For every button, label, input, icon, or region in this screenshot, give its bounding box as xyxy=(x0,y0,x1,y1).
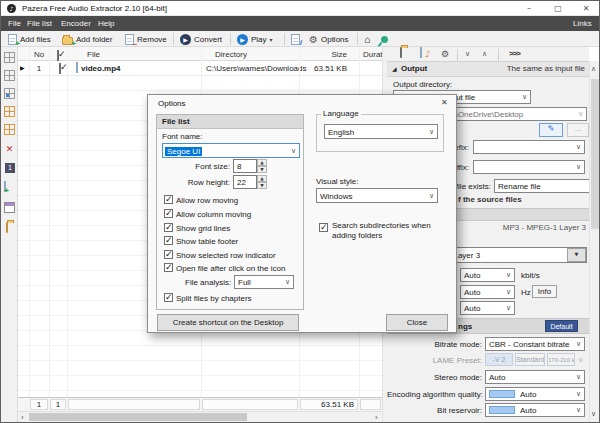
layout-grid-orange-2-button[interactable] xyxy=(4,124,15,135)
columns-button[interactable] xyxy=(4,202,15,213)
bitrate-combo[interactable]: Auto ∨ xyxy=(460,268,515,282)
panel-scroll-thumb[interactable] xyxy=(591,79,599,229)
play-button[interactable]: ▶ Play ▾ xyxy=(237,33,273,45)
file-analysis-combo[interactable]: Full ∨ xyxy=(234,275,294,289)
encoding-quality-combo[interactable]: Auto ∨ xyxy=(485,387,585,401)
collapse-all-icon[interactable]: ∨ xyxy=(465,49,470,59)
menu-links[interactable]: Links xyxy=(573,19,592,28)
col-header-size[interactable]: Size xyxy=(299,50,347,59)
remove-button[interactable]: – Remove xyxy=(125,33,167,45)
close-button[interactable]: ✕ xyxy=(576,3,596,14)
horizontal-scroll-thumb[interactable] xyxy=(29,413,247,421)
row-size: 63.51 KB xyxy=(299,64,347,73)
split-files-checkbox[interactable]: ✓ xyxy=(164,293,173,302)
pencil-icon: ✎ xyxy=(548,124,555,133)
row-checkbox[interactable]: ✓ xyxy=(59,63,61,74)
browse-button[interactable]: ... xyxy=(567,123,589,137)
bit-reservoir-combo[interactable]: Auto ∨ xyxy=(485,403,585,417)
maximize-button[interactable]: □ xyxy=(548,3,568,14)
panel-toolbar-separator xyxy=(457,49,458,61)
row-height-spinner[interactable]: ▲ ▼ xyxy=(257,175,267,189)
chevron-down-icon: ∨ xyxy=(522,93,527,101)
panel-gear-icon[interactable]: ⚙ xyxy=(441,49,449,59)
scroll-up-icon[interactable]: ∧ xyxy=(591,65,596,73)
footer-total-size: 63.51 KB xyxy=(300,399,358,410)
file-type-icon[interactable] xyxy=(76,62,78,73)
col-header-no[interactable]: No xyxy=(29,50,49,59)
col-header-checkbox[interactable]: ✓ xyxy=(57,50,59,61)
options-button[interactable]: ⚙ Options xyxy=(309,33,349,45)
menu-help[interactable]: Help xyxy=(98,19,114,28)
create-shortcut-button[interactable]: Create shortcut on the Desktop xyxy=(157,314,299,331)
file-exists-combo[interactable]: Rename file ∨ xyxy=(494,179,598,193)
layout-grid-active-button[interactable] xyxy=(4,88,15,99)
scroll-left-icon[interactable]: ‹ xyxy=(21,413,24,422)
menu-file-list[interactable]: File list xyxy=(27,19,52,28)
open-folder-side-button[interactable] xyxy=(6,222,8,233)
app-window: ♪ Pazera Free Audio Extractor 2.10 [64-b… xyxy=(0,0,600,423)
allow-row-moving-checkbox[interactable]: ✓ xyxy=(164,195,173,204)
home-button[interactable]: ⌂ xyxy=(364,33,370,45)
language-combo[interactable]: English ∨ xyxy=(324,124,438,139)
add-files-icon: + xyxy=(8,34,17,45)
default-button[interactable]: Default xyxy=(545,320,578,332)
edit-path-button[interactable]: ✎ xyxy=(539,123,563,137)
add-folder-button[interactable]: + Add folder xyxy=(62,33,112,45)
add-file-side-button[interactable]: + xyxy=(4,181,6,192)
reservoir-indicator xyxy=(489,406,515,414)
minimize-button[interactable]: – xyxy=(519,3,539,14)
visual-style-combo[interactable]: Windows ∨ xyxy=(316,188,438,203)
menu-encoder[interactable]: Encoder xyxy=(61,19,91,28)
dialog-close-button[interactable]: Close xyxy=(386,314,448,331)
show-table-footer-checkbox[interactable]: ✓ xyxy=(164,236,173,245)
col-header-file[interactable]: File xyxy=(87,50,100,59)
show-selected-row-indicator-checkbox[interactable]: ✓ xyxy=(164,250,173,259)
menu-file[interactable]: File xyxy=(8,19,21,28)
col-header-duration[interactable]: Duration xyxy=(363,50,383,59)
chevron-down-icon: ∨ xyxy=(285,278,290,286)
add-folder-label: Add folder xyxy=(76,35,112,44)
row-height-input[interactable]: 22 xyxy=(233,175,257,189)
font-size-input[interactable]: 8 xyxy=(233,159,257,173)
panel-audio-icon[interactable]: ♪ xyxy=(425,49,431,59)
font-size-spinner[interactable]: ▲ ▼ xyxy=(257,159,267,173)
allow-column-moving-checkbox[interactable]: ✓ xyxy=(164,209,173,218)
panel-folder-icon[interactable] xyxy=(400,47,402,58)
layout-grid-orange-button[interactable] xyxy=(4,106,15,117)
layout-grid-button[interactable] xyxy=(4,52,15,63)
play-dropdown-icon[interactable]: ▾ xyxy=(270,36,273,43)
expand-all-icon[interactable]: ∧ xyxy=(482,49,487,59)
dialog-close-icon[interactable]: ✕ xyxy=(441,98,448,107)
panel-file-icon[interactable] xyxy=(420,47,422,58)
info-button[interactable]: Info xyxy=(532,285,557,298)
col-header-directory[interactable]: Directory xyxy=(215,50,247,59)
prefix-combo[interactable]: ∨ xyxy=(473,140,585,154)
convert-button[interactable]: ▶ Convert xyxy=(180,33,222,45)
spin-down-icon[interactable]: ▼ xyxy=(257,166,267,173)
font-name-combo[interactable]: Segoe UI ∨ xyxy=(162,143,300,158)
sample-freq-combo[interactable]: Auto ∨ xyxy=(460,285,515,299)
scroll-right-icon[interactable]: › xyxy=(375,413,378,422)
file-info-button[interactable]: i xyxy=(291,33,300,45)
add-files-button[interactable]: + Add files xyxy=(8,33,51,45)
search-subdirs-checkbox[interactable]: ✓ xyxy=(319,223,328,232)
spin-up-icon[interactable]: ▲ xyxy=(257,175,267,182)
more-panels-icon[interactable]: >>> xyxy=(509,49,520,58)
open-file-after-click-checkbox[interactable]: ✓ xyxy=(164,263,173,272)
clear-list-button[interactable]: ✕ xyxy=(4,144,15,155)
layout-grid-2-button[interactable] xyxy=(4,70,15,81)
spin-up-icon[interactable]: ▲ xyxy=(257,159,267,166)
scroll-down-icon[interactable]: ∨ xyxy=(591,410,596,418)
panel-toolbar-separator xyxy=(498,49,499,61)
home-icon: ⌂ xyxy=(364,34,370,45)
bitrate-mode-combo[interactable]: CBR - Constant bitrate ∨ xyxy=(485,337,585,351)
suffix-combo[interactable]: ∨ xyxy=(473,160,585,174)
stereo-mode-combo[interactable]: Auto ∨ xyxy=(485,370,585,384)
spin-down-icon[interactable]: ▼ xyxy=(257,182,267,189)
format-dropdown-button[interactable]: ▼ xyxy=(567,248,586,262)
channels-combo[interactable]: Auto ∨ xyxy=(460,301,515,315)
numbering-button[interactable]: 1 xyxy=(5,163,15,173)
pin-button[interactable] xyxy=(381,33,388,45)
show-grid-lines-checkbox[interactable]: ✓ xyxy=(164,223,173,232)
chevron-down-icon: ∨ xyxy=(291,147,296,155)
